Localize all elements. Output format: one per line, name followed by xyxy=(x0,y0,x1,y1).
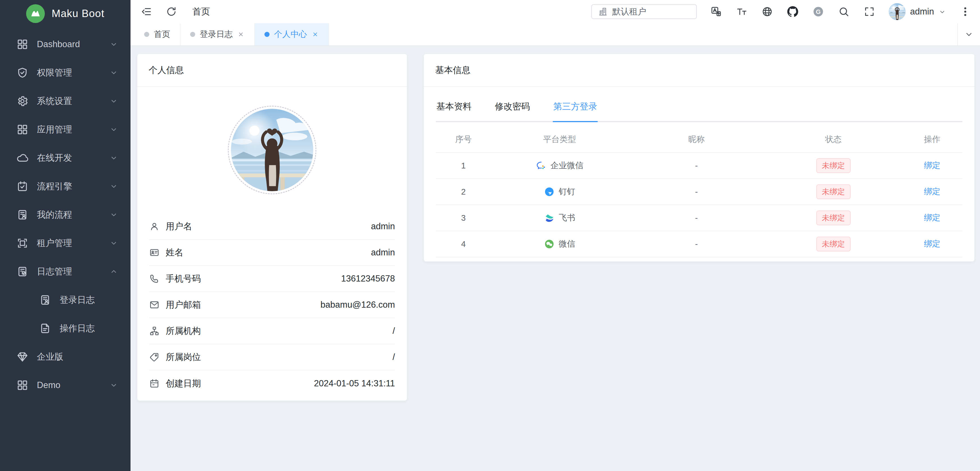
tab-basic-profile[interactable]: 基本资料 xyxy=(436,92,472,121)
column-header: 状态 xyxy=(765,134,902,145)
row-index: 1 xyxy=(436,161,491,171)
tenant-value: 默认租户 xyxy=(612,6,646,18)
topbar-right: 默认租户 G admin xyxy=(591,3,972,20)
sidebar-item-enterprise-edition[interactable]: 企业版 xyxy=(0,343,130,371)
info-tabs: 基本资料 修改密码 第三方登录 xyxy=(436,92,963,122)
table-header-row: 序号 平台类型 昵称 状态 操作 xyxy=(436,127,963,153)
user-menu[interactable]: admin xyxy=(889,3,946,20)
tag-icon xyxy=(149,352,159,362)
search-icon[interactable] xyxy=(838,5,850,18)
sidebar-item-app-management[interactable]: 应用管理 xyxy=(0,115,130,144)
profile-card: 个人信息 用户名 admin 姓名 ad xyxy=(137,53,407,401)
shield-check-icon xyxy=(16,67,29,79)
column-header: 昵称 xyxy=(628,134,765,145)
tab-label: 登录日志 xyxy=(200,29,233,40)
basic-info-card: 基本信息 基本资料 修改密码 第三方登录 序号 平台类型 昵称 状态 操作 xyxy=(423,53,975,262)
username: admin xyxy=(910,6,934,17)
sidebar-item-workflow-engine[interactable]: 流程引擎 xyxy=(0,172,130,201)
table-row: 1 企业微信 - 未绑定 绑定 xyxy=(436,153,963,179)
table-row: 2 钉钉 - 未绑定 绑定 xyxy=(436,179,963,205)
font-size-icon[interactable] xyxy=(735,5,748,18)
document-user-icon xyxy=(16,209,29,221)
document-user-icon xyxy=(39,294,51,306)
breadcrumb: 首页 xyxy=(192,6,210,18)
building-icon xyxy=(598,7,608,16)
profile-field-email: 用户邮箱 babamu@126.com xyxy=(149,292,395,318)
topbar: 首页 默认租户 G admin xyxy=(130,0,980,23)
document-check-icon xyxy=(16,266,29,278)
field-label: 创建日期 xyxy=(166,378,201,390)
box-check-icon xyxy=(16,180,29,192)
bind-link[interactable]: 绑定 xyxy=(924,213,940,222)
status-badge: 未绑定 xyxy=(816,158,851,173)
tab-list-dropdown[interactable] xyxy=(957,23,980,45)
tab-change-password[interactable]: 修改密码 xyxy=(494,92,531,121)
row-index: 3 xyxy=(436,213,491,223)
nickname: - xyxy=(628,239,765,249)
chevron-down-icon xyxy=(110,97,118,105)
sidebar-item-login-log[interactable]: 登录日志 xyxy=(0,286,130,314)
sidebar-item-log-management[interactable]: 日志管理 xyxy=(0,257,130,286)
close-icon[interactable] xyxy=(237,31,245,38)
bind-link[interactable]: 绑定 xyxy=(924,187,940,196)
sidebar-menu: Dashboard 权限管理 系统设置 应用管理 在线开发 xyxy=(0,27,130,471)
profile-card-title: 个人信息 xyxy=(137,54,407,87)
bind-link[interactable]: 绑定 xyxy=(924,239,940,248)
org-icon xyxy=(149,326,159,336)
profile-field-organization: 所属机构 / xyxy=(149,318,395,344)
nickname: - xyxy=(628,161,765,171)
tab-dot xyxy=(190,32,195,37)
dingtalk-icon xyxy=(544,186,555,197)
tenant-select[interactable]: 默认租户 xyxy=(591,4,697,19)
platform-name: 钉钉 xyxy=(558,186,575,198)
avatar-upload[interactable] xyxy=(228,106,317,194)
logo[interactable]: Maku Boot xyxy=(0,0,130,27)
platform-name: 微信 xyxy=(558,238,575,250)
sidebar-item-label: 系统设置 xyxy=(37,95,110,107)
sidebar-item-operation-log[interactable]: 操作日志 xyxy=(0,314,130,343)
profile-field-name: 姓名 admin xyxy=(149,240,395,266)
sidebar-item-permissions[interactable]: 权限管理 xyxy=(0,59,130,87)
sidebar-item-label: 权限管理 xyxy=(37,67,110,79)
kebab-menu-icon[interactable] xyxy=(959,5,972,18)
translate-icon[interactable] xyxy=(710,5,722,18)
grid-icon xyxy=(16,38,29,50)
app-title: Maku Boot xyxy=(52,8,104,19)
globe-icon[interactable] xyxy=(761,5,773,18)
tab-third-party-login[interactable]: 第三方登录 xyxy=(553,92,598,121)
status-badge: 未绑定 xyxy=(816,236,851,251)
tab-login-log[interactable]: 登录日志 xyxy=(180,23,255,45)
bind-link[interactable]: 绑定 xyxy=(924,161,940,170)
profile-field-created-date: 创建日期 2024-01-05 14:31:11 xyxy=(149,370,395,397)
field-value: / xyxy=(392,352,395,362)
calendar-icon xyxy=(149,378,159,389)
collapse-sidebar-button[interactable] xyxy=(140,5,153,18)
sidebar-item-demo[interactable]: Demo xyxy=(0,371,130,399)
cloud-icon xyxy=(16,152,29,164)
chevron-down-icon xyxy=(110,125,118,134)
sidebar-item-tenant-management[interactable]: 租户管理 xyxy=(0,229,130,257)
fullscreen-icon[interactable] xyxy=(863,5,876,18)
github-icon[interactable] xyxy=(786,5,799,18)
sidebar-item-my-workflow[interactable]: 我的流程 xyxy=(0,201,130,229)
nickname: - xyxy=(628,187,765,196)
status-badge: 未绑定 xyxy=(816,184,851,199)
basic-info-card-body: 基本资料 修改密码 第三方登录 序号 平台类型 昵称 状态 操作 xyxy=(424,87,974,261)
tab-home[interactable]: 首页 xyxy=(135,23,180,45)
chevron-down-icon xyxy=(964,30,974,39)
sidebar-item-dashboard[interactable]: Dashboard xyxy=(0,30,130,59)
close-icon[interactable] xyxy=(312,31,319,38)
field-label: 姓名 xyxy=(166,247,183,259)
sidebar-item-label: 日志管理 xyxy=(37,266,110,278)
field-value: admin xyxy=(371,247,395,258)
field-value: 2024-01-05 14:31:11 xyxy=(314,378,395,389)
platform-name: 企业微信 xyxy=(550,160,583,171)
tab-personal-center[interactable]: 个人中心 xyxy=(255,23,329,45)
sidebar-item-online-dev[interactable]: 在线开发 xyxy=(0,144,130,172)
id-card-icon xyxy=(149,247,159,258)
refresh-button[interactable] xyxy=(165,5,178,18)
chevron-down-icon xyxy=(110,69,118,77)
gitee-icon[interactable]: G xyxy=(812,5,824,18)
sidebar-item-label: 登录日志 xyxy=(60,294,118,306)
sidebar-item-system-settings[interactable]: 系统设置 xyxy=(0,87,130,115)
